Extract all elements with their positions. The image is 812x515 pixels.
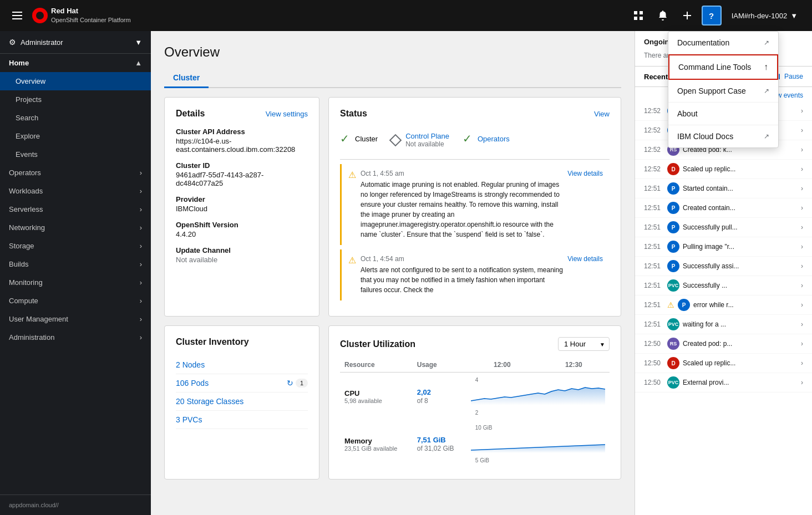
operators-status-item: ✓ Operators xyxy=(463,128,510,150)
storage-classes-link[interactable]: 20 Storage Classes xyxy=(176,397,243,406)
event-item-7: 12:51 P Pulling image "r... › xyxy=(635,237,812,257)
home-chevron: ▲ xyxy=(135,59,142,67)
inventory-storage-classes: 20 Storage Classes xyxy=(176,392,308,411)
diamond-icon xyxy=(389,134,402,146)
event-avatar-9: PVC xyxy=(667,279,679,292)
event-item-6: 12:51 P Successfully pull... › xyxy=(635,218,812,237)
navbar: Red Hat OpenShift Container Platform ? I… xyxy=(0,0,812,31)
event-arrow-8[interactable]: › xyxy=(801,262,803,270)
inventory-card: Cluster Inventory 2 Nodes 106 Pods ↻ 1 2… xyxy=(164,325,319,480)
event-arrow-9[interactable]: › xyxy=(801,282,803,289)
svg-rect-3 xyxy=(640,17,643,20)
warn-icon-2: ⚠ xyxy=(348,255,356,295)
status-view-link[interactable]: View xyxy=(594,110,610,118)
pods-link[interactable]: 106 Pods xyxy=(176,379,209,387)
event-arrow-14[interactable]: › xyxy=(801,379,803,386)
plus-icon-button[interactable] xyxy=(677,6,697,26)
view-details-link-2[interactable]: View details xyxy=(567,255,603,263)
sidebar-item-networking[interactable]: Networking › xyxy=(0,218,151,237)
time-range-select[interactable]: 1 Hour 6 Hours 24 Hours 7 Days xyxy=(558,337,610,351)
event-avatar-6: P xyxy=(667,221,679,233)
event-arrow-5[interactable]: › xyxy=(801,204,803,212)
dropdown-about[interactable]: About xyxy=(668,103,778,125)
event-avatar-3: D xyxy=(667,163,679,175)
nodes-link[interactable]: 2 Nodes xyxy=(176,360,205,369)
event-avatar-5: P xyxy=(667,202,679,214)
grid-icon-button[interactable] xyxy=(628,6,648,26)
sidebar-item-workloads[interactable]: Workloads › xyxy=(0,182,151,200)
bell-icon-button[interactable] xyxy=(653,6,673,26)
event-arrow-4[interactable]: › xyxy=(801,185,803,192)
sidebar-admin-header[interactable]: ⚙ Administrator ▼ xyxy=(0,31,151,54)
sidebar-item-builds[interactable]: Builds › xyxy=(0,255,151,273)
event-avatar-10: P xyxy=(678,299,690,311)
user-menu-chevron: ▼ xyxy=(790,12,798,20)
event-arrow-0[interactable]: › xyxy=(801,107,803,115)
warn-icon-1: ⚠ xyxy=(348,170,356,239)
tab-cluster[interactable]: Cluster xyxy=(164,69,209,88)
sidebar-item-administration[interactable]: Administration › xyxy=(0,328,151,346)
event-avatar-7: P xyxy=(667,241,679,253)
pvcs-link[interactable]: 3 PVCs xyxy=(176,415,202,424)
event-arrow-6[interactable]: › xyxy=(801,223,803,231)
sidebar-item-operators[interactable]: Operators › xyxy=(0,164,151,182)
event-item-3: 12:52 D Scaled up replic... › xyxy=(635,160,812,179)
event-avatar-4: P xyxy=(667,182,679,195)
inventory-nodes: 2 Nodes xyxy=(176,356,308,374)
utilization-card: Cluster Utilization 1 Hour 6 Hours 24 Ho… xyxy=(328,325,621,480)
sidebar-item-user-management[interactable]: User Management › xyxy=(0,310,151,328)
sidebar-item-serverless[interactable]: Serverless › xyxy=(0,200,151,218)
alert-time-1: Oct 1, 4:55 am xyxy=(361,170,563,177)
sidebar-item-compute[interactable]: Compute › xyxy=(0,292,151,310)
cursor-indicator: ↑ xyxy=(764,62,768,72)
event-item-10: 12:51 ⚠ P error while r... › xyxy=(635,295,812,315)
sidebar-item-overview[interactable]: Overview xyxy=(0,72,151,90)
cpu-usage-val: 2,02 xyxy=(417,388,431,396)
event-item-14: 12:50 PVC External provi... › xyxy=(635,373,812,392)
event-arrow-10[interactable]: › xyxy=(801,301,803,309)
warn-icon-event: ⚠ xyxy=(667,300,674,309)
user-menu-button[interactable]: IAM#rh-dev-1002 ▼ xyxy=(726,8,803,23)
page-title: Overview xyxy=(164,44,621,60)
event-arrow-13[interactable]: › xyxy=(801,359,803,367)
sidebar-item-explore[interactable]: Explore xyxy=(0,127,151,145)
hamburger-button[interactable] xyxy=(9,6,26,26)
dropdown-ibm-cloud-docs[interactable]: IBM Cloud Docs ↗ xyxy=(668,125,778,147)
event-arrow-12[interactable]: › xyxy=(801,340,803,348)
event-avatar-8: P xyxy=(667,260,679,272)
sidebar-item-storage[interactable]: Storage › xyxy=(0,237,151,255)
dropdown-command-line-tools[interactable]: Command Line Tools ↑ xyxy=(668,54,778,80)
event-arrow-11[interactable]: › xyxy=(801,320,803,328)
brand-name: Red Hat xyxy=(51,7,131,16)
dropdown-documentation[interactable]: Documentation ↗ xyxy=(668,32,778,54)
util-row-cpu: CPU 5,98 available 2,02 of 8 4 xyxy=(340,373,610,421)
cpu-chart xyxy=(471,383,605,410)
sidebar-group-home: Home ▲ Overview Projects Search Explore … xyxy=(0,54,151,164)
sidebar-home-header[interactable]: Home ▲ xyxy=(0,54,151,72)
dropdown-open-support-case[interactable]: Open Support Case ↗ xyxy=(668,80,778,103)
user-menu-label: IAM#rh-dev-1002 xyxy=(732,12,787,20)
event-arrow-2[interactable]: › xyxy=(801,146,803,154)
event-arrow-7[interactable]: › xyxy=(801,243,803,251)
help-icon-button[interactable]: ? xyxy=(702,6,722,26)
event-avatar-12: RS xyxy=(667,338,679,350)
main-content: Overview Cluster Details View settings C… xyxy=(151,31,635,515)
event-avatar-13: D xyxy=(667,357,679,369)
view-settings-link[interactable]: View settings xyxy=(266,110,308,118)
details-card-title: Details xyxy=(176,109,205,119)
status-card: Status View ✓ Cluster Control Plane Not … xyxy=(328,97,621,317)
event-text-3: Scaled up replic... xyxy=(683,165,798,173)
memory-usage-of: of 31,02 GiB xyxy=(417,445,454,452)
status-card-title: Status xyxy=(340,109,367,119)
sidebar-item-search[interactable]: Search xyxy=(0,109,151,127)
event-text-8: Successfully assi... xyxy=(683,262,798,270)
event-arrow-3[interactable]: › xyxy=(801,165,803,173)
sidebar-item-monitoring[interactable]: Monitoring › xyxy=(0,273,151,292)
view-details-link-1[interactable]: View details xyxy=(567,170,603,177)
sidebar-item-events[interactable]: Events xyxy=(0,145,151,164)
col-resource: Resource xyxy=(340,358,413,373)
sidebar: ⚙ Administrator ▼ Home ▲ Overview Projec… xyxy=(0,31,151,515)
operators-label[interactable]: Operators xyxy=(478,135,510,143)
event-arrow-1[interactable]: › xyxy=(801,126,803,134)
sidebar-item-projects[interactable]: Projects xyxy=(0,90,151,109)
